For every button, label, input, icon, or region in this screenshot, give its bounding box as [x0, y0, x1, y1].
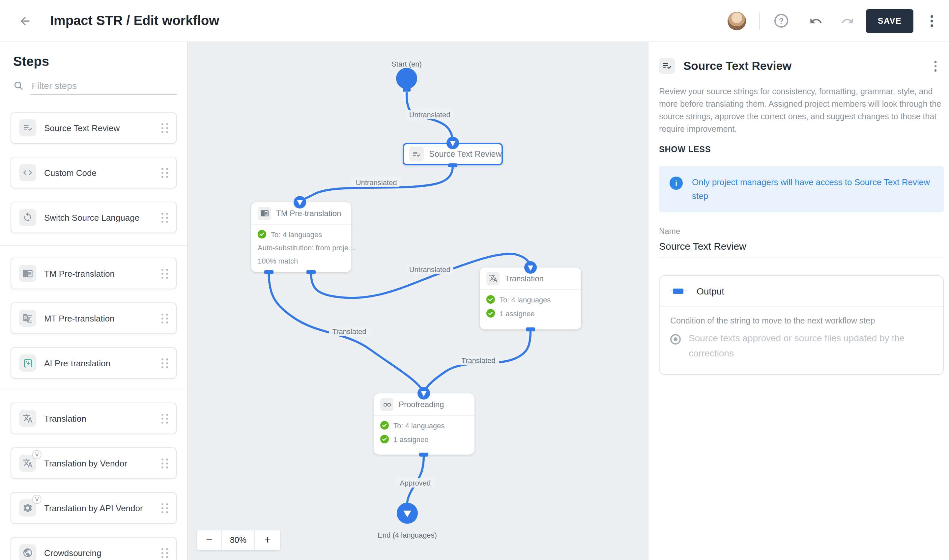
- info-banner: i Only project managers will have access…: [659, 166, 944, 212]
- drag-handle-icon[interactable]: [162, 548, 168, 558]
- step-card-label: Custom Code: [44, 168, 97, 178]
- output-condition-option: Source texts approved or source files up…: [670, 331, 932, 361]
- check-icon: [380, 421, 389, 429]
- step-card-translation[interactable]: Translation: [11, 403, 177, 434]
- page-title: Impact STR / Edit workflow: [50, 13, 219, 28]
- step-card-label: TM Pre-translation: [44, 268, 115, 278]
- filter-steps-input[interactable]: [30, 77, 177, 95]
- check-icon: [486, 295, 495, 304]
- zoom-in-button[interactable]: +: [255, 530, 280, 550]
- step-card-translation-by-vendor[interactable]: V Translation by Vendor: [11, 447, 177, 479]
- drag-handle-icon[interactable]: [162, 168, 168, 178]
- drag-handle-icon[interactable]: [162, 458, 168, 468]
- output-card-title: Output: [696, 286, 724, 296]
- edge-label-untranslated: Untranslated: [353, 178, 401, 187]
- header-kebab-menu[interactable]: [928, 12, 936, 29]
- filter-steps-field: [13, 77, 177, 95]
- node-proofreading[interactable]: Proofreading To: 4 languages 1 assignee: [374, 393, 474, 455]
- step-card-custom-code[interactable]: Custom Code: [11, 157, 177, 188]
- step-card-switch-source-language[interactable]: Switch Source Language: [11, 202, 177, 233]
- show-less-link[interactable]: SHOW LESS: [659, 145, 943, 154]
- edge-label-translated: Translated: [458, 356, 499, 365]
- header-divider: [759, 12, 760, 29]
- sync-icon: [19, 209, 36, 226]
- node-translation[interactable]: Translation To: 4 languages 1 assignee: [480, 268, 581, 329]
- panel-header: Source Text Review: [659, 58, 943, 74]
- node-tm-pretranslation[interactable]: TM Pre-translation To: 4 languages Auto-…: [251, 202, 351, 272]
- list-check-icon: [409, 147, 424, 162]
- node-row: 1 assignee: [480, 309, 581, 318]
- output-card-header: Output: [660, 276, 943, 306]
- name-field-value[interactable]: Source Text Review: [659, 240, 944, 258]
- radio-button[interactable]: [670, 334, 681, 344]
- save-button[interactable]: SAVE: [866, 9, 914, 32]
- help-icon[interactable]: ?: [774, 14, 788, 28]
- node-row: To: 4 languages: [480, 295, 581, 304]
- step-card-label: Switch Source Language: [44, 212, 139, 222]
- redo-button[interactable]: [840, 13, 855, 29]
- drag-handle-icon[interactable]: [162, 123, 168, 133]
- drag-handle-icon[interactable]: [162, 268, 168, 278]
- step-card-label: Translation by Vendor: [44, 458, 127, 468]
- zoom-control: − 80% +: [197, 530, 280, 550]
- back-button[interactable]: [17, 13, 33, 29]
- radio-option-label: Source texts approved or source files up…: [689, 331, 932, 361]
- globe-icon: [19, 544, 36, 560]
- zoom-out-button[interactable]: −: [197, 530, 222, 550]
- node-source-text-review[interactable]: Source Text Review: [403, 143, 503, 165]
- panel-kebab-menu[interactable]: [932, 58, 939, 74]
- check-icon: [380, 435, 389, 443]
- node-row: To: 4 languages: [374, 421, 474, 429]
- node-row: 1 assignee: [374, 435, 474, 443]
- avatar[interactable]: [727, 12, 746, 30]
- step-card-mt-pretranslation[interactable]: MT Pre-translation: [11, 302, 177, 334]
- node-row: 100% match: [251, 257, 351, 265]
- node-title: Proofreading: [399, 400, 444, 409]
- output-card: Output Condition of the string to move t…: [659, 275, 944, 375]
- redo-icon: [841, 14, 854, 27]
- step-card-ai-pretranslation[interactable]: AI Pre-translation: [11, 347, 177, 379]
- sidebar-separator: [0, 245, 188, 246]
- output-port-icon: [670, 288, 687, 294]
- header-actions: ? SAVE: [727, 9, 949, 32]
- mt-icon: [19, 310, 36, 327]
- info-icon: i: [670, 176, 683, 189]
- step-details-panel: Source Text Review Review your source st…: [648, 42, 949, 560]
- code-icon: [19, 164, 36, 181]
- node-title: TM Pre-translation: [276, 209, 341, 218]
- start-node-label: Start (en): [391, 60, 422, 68]
- check-icon: [486, 309, 495, 318]
- translate-icon: [486, 272, 499, 285]
- check-icon: [258, 230, 266, 238]
- undo-button[interactable]: [808, 13, 824, 29]
- step-card-translation-by-api-vendor[interactable]: V Translation by API Vendor: [11, 492, 177, 524]
- tm-icon: [258, 206, 271, 220]
- panel-title: Source Text Review: [683, 58, 792, 74]
- edge-label-translated: Translated: [329, 327, 370, 336]
- workflow-canvas[interactable]: Source Text Review TM Pre-translation To…: [188, 42, 648, 560]
- step-card-source-text-review[interactable]: Source Text Review: [11, 112, 177, 144]
- gear-icon: V: [19, 499, 36, 517]
- app-window: Impact STR / Edit workflow ? SAVE Steps: [0, 0, 949, 560]
- step-card-crowdsourcing[interactable]: Crowdsourcing: [11, 537, 177, 560]
- name-field-label: Name: [659, 226, 943, 235]
- ai-sparkle-icon: [19, 354, 36, 372]
- vendor-badge: V: [32, 495, 42, 504]
- step-card-tm-pretranslation[interactable]: TM Pre-translation: [11, 258, 177, 289]
- translate-icon: [19, 410, 36, 427]
- step-card-label: MT Pre-translation: [44, 313, 114, 323]
- step-card-label: Translation by API Vendor: [44, 503, 143, 513]
- drag-handle-icon[interactable]: [162, 503, 168, 513]
- drag-handle-icon[interactable]: [162, 414, 168, 423]
- drag-handle-icon[interactable]: [162, 313, 168, 323]
- drag-handle-icon[interactable]: [162, 358, 168, 368]
- drag-handle-icon[interactable]: [162, 212, 168, 222]
- sidebar-title: Steps: [13, 54, 49, 69]
- step-description: Review your source strings for consisten…: [659, 85, 944, 135]
- sidebar-separator: [0, 389, 188, 389]
- back-arrow-icon: [18, 14, 32, 27]
- output-condition-label: Condition of the string to move to the n…: [670, 316, 932, 325]
- node-row: To: 4 languages: [251, 230, 351, 238]
- zoom-level: 80%: [222, 530, 255, 550]
- edge-label-untranslated: Untranslated: [406, 265, 454, 274]
